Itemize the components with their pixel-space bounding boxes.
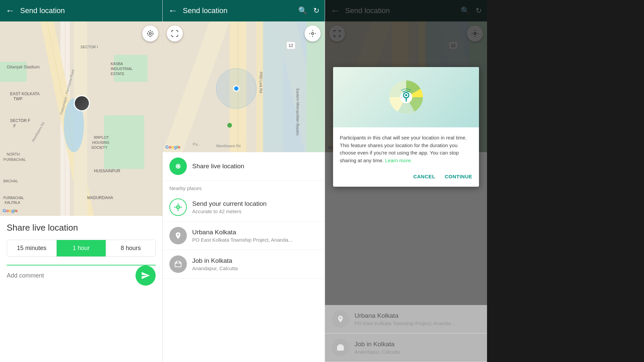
- time-btn-1hour[interactable]: 1 hour: [57, 240, 106, 256]
- share-live-item[interactable]: Share live location: [163, 152, 325, 181]
- svg-text:F: F: [13, 124, 16, 128]
- svg-text:ESTATE: ESTATE: [111, 72, 124, 76]
- place-name-0: Urbana Kolkata: [192, 229, 318, 236]
- panel3-place-addr-0: PO East Kolkata Township Project, Ananda…: [355, 320, 480, 326]
- current-location-item[interactable]: Send your current location Accurate to 4…: [163, 193, 325, 222]
- current-location-main: Send your current location: [192, 200, 318, 207]
- svg-text:RRPLOT: RRPLOT: [94, 135, 109, 139]
- place-address-0: PO East Kolkata Township Project, Ananda…: [192, 237, 318, 243]
- cancel-button[interactable]: CANCEL: [412, 171, 437, 182]
- header-title-1: Send location: [20, 6, 157, 15]
- google-logo-2: Google: [165, 144, 180, 149]
- current-location-sub: Accurate to 42 meters: [192, 208, 318, 214]
- panel3-place-item-0: Urbana Kolkata PO East Kolkata Township …: [325, 305, 487, 334]
- current-location-icon: [169, 198, 187, 216]
- svg-text:KALITALA: KALITALA: [5, 201, 20, 204]
- locate-button-2[interactable]: [305, 25, 321, 42]
- svg-text:Pa...: Pa...: [193, 142, 201, 146]
- learn-more-link[interactable]: Learn more.: [385, 158, 412, 163]
- header-title-2: Send location: [183, 6, 298, 15]
- map-area-1: Gitanjali Stadium SECTOR I KASBA INDUSTR…: [0, 21, 162, 216]
- svg-text:HUSSAINPUR: HUSSAINPUR: [94, 169, 120, 173]
- time-btn-15min[interactable]: 15 minutes: [7, 240, 57, 256]
- comment-area: [7, 265, 156, 290]
- svg-text:SECTOR F: SECTOR F: [10, 118, 30, 123]
- svg-text:KASBA: KASBA: [111, 62, 123, 66]
- svg-text:NORTH: NORTH: [7, 152, 20, 156]
- svg-point-73: [405, 94, 407, 96]
- svg-text:TWP: TWP: [13, 97, 22, 101]
- svg-point-51: [177, 165, 179, 168]
- panel3-place-item-1: Job in Kolkata Anandapur, Calcutta: [325, 334, 487, 362]
- place-text-1: Job in Kolkata Anandapur, Calcutta: [192, 257, 318, 271]
- svg-text:Gitanjali Stadium: Gitanjali Stadium: [7, 64, 40, 69]
- dialog-actions: CANCEL CONTINUE: [333, 168, 479, 187]
- current-location-text: Send your current location Accurate to 4…: [192, 200, 318, 214]
- place-text-0: Urbana Kolkata PO East Kolkata Township …: [192, 229, 318, 243]
- share-live-text: Share live location: [192, 163, 318, 170]
- share-live-dialog: Participants in this chat will see your …: [333, 67, 479, 187]
- send-button-1[interactable]: [136, 265, 156, 286]
- search-icon-2[interactable]: 🔍: [298, 6, 307, 15]
- share-live-label: Share live location: [192, 163, 318, 170]
- svg-rect-8: [104, 115, 144, 169]
- header-icons-2: 🔍 ↻: [298, 6, 319, 15]
- nearby-label: Nearby places: [163, 181, 325, 193]
- svg-text:BACHAL: BACHAL: [3, 179, 18, 183]
- locate-button-1[interactable]: [142, 25, 158, 42]
- place-icon-1: [169, 255, 187, 273]
- map-area-2: 12 PRD Link Rd Eastern Metropolitan Bypa…: [163, 21, 325, 152]
- panel3-bottom-list: Urbana Kolkata PO East Kolkata Township …: [325, 305, 487, 362]
- svg-point-53: [177, 206, 179, 208]
- svg-point-32: [148, 31, 153, 36]
- svg-text:SOCIETY: SOCIETY: [91, 145, 108, 149]
- place-icon-0: [169, 227, 187, 244]
- refresh-icon-2[interactable]: ↻: [313, 6, 319, 15]
- panel-3: ← Send location 🔍 ↻ 12 PRD Link Rd Easte…: [325, 0, 487, 362]
- svg-point-31: [149, 33, 151, 35]
- panel3-place-text-1: Job in Kolkata Anandapur, Calcutta: [355, 341, 480, 355]
- comment-input[interactable]: [7, 269, 131, 283]
- svg-text:12: 12: [289, 43, 293, 48]
- panel-1: ← Send location Gitanjali Stadium SECTOR…: [0, 0, 162, 362]
- panel3-place-icon-0: [332, 310, 349, 328]
- panel3-place-icon-1: [332, 339, 349, 356]
- share-live-icon: [169, 158, 187, 175]
- expand-button-2[interactable]: [167, 25, 183, 42]
- svg-text:SECTOR I: SECTOR I: [80, 45, 98, 49]
- svg-rect-40: [307, 21, 325, 152]
- panel-2: ← Send location 🔍 ↻ 12 PRD Link Rd: [162, 0, 325, 362]
- back-button-1[interactable]: ←: [5, 5, 15, 16]
- panel3-place-text-0: Urbana Kolkata PO East Kolkata Township …: [355, 312, 480, 326]
- svg-text:HOUSING: HOUSING: [92, 140, 109, 144]
- panel1-bottom: Share live location 15 minutes 1 hour 8 …: [0, 216, 162, 290]
- place-item-1[interactable]: Job in Kolkata Anandapur, Calcutta: [163, 250, 325, 279]
- place-address-1: Anandapur, Calcutta: [192, 265, 318, 271]
- svg-text:MADURDAHA: MADURDAHA: [87, 195, 113, 200]
- empty-space: [487, 0, 644, 362]
- svg-text:PURBACHAL: PURBACHAL: [3, 158, 26, 162]
- dialog-body: Participants in this chat will see your …: [333, 127, 479, 168]
- svg-point-48: [234, 86, 239, 91]
- panel3-place-name-0: Urbana Kolkata: [355, 312, 480, 319]
- header-1: ← Send location: [0, 0, 162, 21]
- place-item-0[interactable]: Urbana Kolkata PO East Kolkata Township …: [163, 222, 325, 250]
- svg-point-49: [227, 123, 232, 128]
- place-name-1: Job in Kolkata: [192, 257, 318, 264]
- header-2: ← Send location 🔍 ↻: [163, 0, 325, 21]
- time-btn-8hours[interactable]: 8 hours: [106, 240, 155, 256]
- dialog-image: [333, 67, 479, 127]
- google-logo-1: Google: [3, 208, 18, 213]
- panel3-place-addr-1: Anandapur, Calcutta: [355, 349, 480, 355]
- panel3-place-name-1: Job in Kolkata: [355, 341, 480, 348]
- svg-text:Mandirpara Rd: Mandirpara Rd: [216, 144, 241, 148]
- svg-text:INDUSTRIAL: INDUSTRIAL: [111, 67, 132, 71]
- continue-button[interactable]: CONTINUE: [443, 171, 474, 182]
- back-button-2[interactable]: ←: [168, 5, 177, 16]
- svg-text:Eastern Metropolitan Bypass: Eastern Metropolitan Bypass: [296, 88, 300, 136]
- svg-point-50: [312, 33, 314, 35]
- svg-text:PURBACHAL: PURBACHAL: [3, 196, 24, 200]
- dialog-text: Participants in this chat will see your …: [340, 134, 472, 164]
- svg-text:PRD Link Rd: PRD Link Rd: [259, 72, 263, 93]
- share-live-title: Share live location: [7, 223, 156, 233]
